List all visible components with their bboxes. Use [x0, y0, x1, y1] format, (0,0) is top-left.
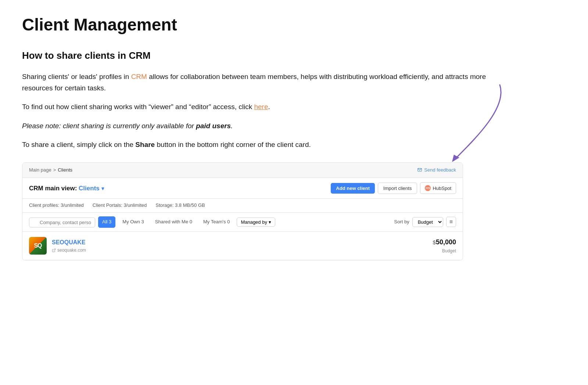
breadcrumb-current: Clients	[58, 166, 72, 174]
svg-line-2	[54, 249, 55, 251]
chevron-down-icon: ▾	[269, 219, 271, 225]
section-heading: How to share clients in CRM	[22, 48, 500, 64]
paragraph-1: Sharing clients' or leads' profiles in C…	[22, 71, 500, 94]
filter-teams-tab[interactable]: My Team's 0	[199, 216, 234, 228]
client-logo: SQ	[29, 237, 47, 255]
filter-myown-tab[interactable]: My Own 3	[118, 216, 148, 228]
managed-by-button[interactable]: Managed by ▾	[237, 217, 275, 227]
budget-label: Budget	[433, 248, 456, 255]
hubspot-icon: HS	[425, 185, 431, 191]
crm-card: Main page > Clients Send feedback CRM ma…	[22, 162, 463, 260]
filter-all-tab[interactable]: All 3	[98, 216, 115, 228]
search-wrapper	[29, 217, 95, 227]
budget-amount: $50,000	[433, 237, 456, 248]
crm-actions: Add new client Import clients HS HubSpot	[331, 182, 456, 194]
paragraph-3: Please note: client sharing is currently…	[22, 120, 500, 132]
client-info: SEOQUAKE seoquake.com	[52, 238, 86, 254]
breadcrumb: Main page > Clients	[29, 166, 72, 174]
filter-shared-tab[interactable]: Shared with Me 0	[151, 216, 196, 228]
import-clients-button[interactable]: Import clients	[378, 183, 417, 194]
crm-meta: Client profiles: 3/unlimited Client Port…	[22, 199, 463, 213]
filter-icon-button[interactable]: ≡	[446, 217, 456, 227]
crm-filters: All 3 My Own 3 Shared with Me 0 My Team'…	[22, 213, 463, 232]
client-row[interactable]: SQ SEOQUAKE seoquake.com $50,000 Budget	[22, 232, 463, 260]
crm-main-view-title: CRM main view: Clients ▾	[29, 183, 104, 194]
sort-by-label: Sort by	[394, 218, 409, 226]
filter-right: Sort by Budget ≡	[394, 217, 456, 227]
chevron-down-icon: ▾	[101, 186, 104, 191]
client-name[interactable]: SEOQUAKE	[52, 238, 86, 247]
client-portals-meta: Client Portals: 3/unlimited	[93, 202, 147, 209]
arrow-annotation	[441, 78, 514, 173]
here-link[interactable]: here	[254, 103, 268, 111]
page-title: Client Management	[22, 15, 566, 35]
dollar-sign: $	[433, 239, 436, 245]
client-left: SQ SEOQUAKE seoquake.com	[29, 237, 86, 255]
clients-dropdown[interactable]: Clients	[79, 185, 100, 192]
client-budget: $50,000 Budget	[433, 237, 456, 255]
breadcrumb-main[interactable]: Main page	[29, 166, 51, 174]
hubspot-button[interactable]: HS HubSpot	[420, 182, 456, 194]
client-domain: seoquake.com	[52, 247, 86, 254]
crm-header: CRM main view: Clients ▾ Add new client …	[22, 178, 463, 199]
breadcrumb-separator: >	[53, 166, 56, 174]
paragraph-2: To find out how client sharing works wit…	[22, 101, 500, 112]
search-input[interactable]	[29, 217, 95, 227]
crm-link-1[interactable]: CRM	[131, 73, 147, 80]
client-profiles-meta: Client profiles: 3/unlimited	[29, 202, 84, 209]
storage-meta: Storage: 3.8 MB/50 GB	[155, 202, 205, 209]
crm-topbar: Main page > Clients Send feedback	[22, 163, 463, 178]
filter-left: All 3 My Own 3 Shared with Me 0 My Team'…	[29, 216, 275, 228]
sort-by-select[interactable]: Budget	[412, 217, 443, 227]
paragraph-4: To share a client, simply click on the S…	[22, 139, 500, 150]
add-new-client-button[interactable]: Add new client	[331, 183, 375, 194]
